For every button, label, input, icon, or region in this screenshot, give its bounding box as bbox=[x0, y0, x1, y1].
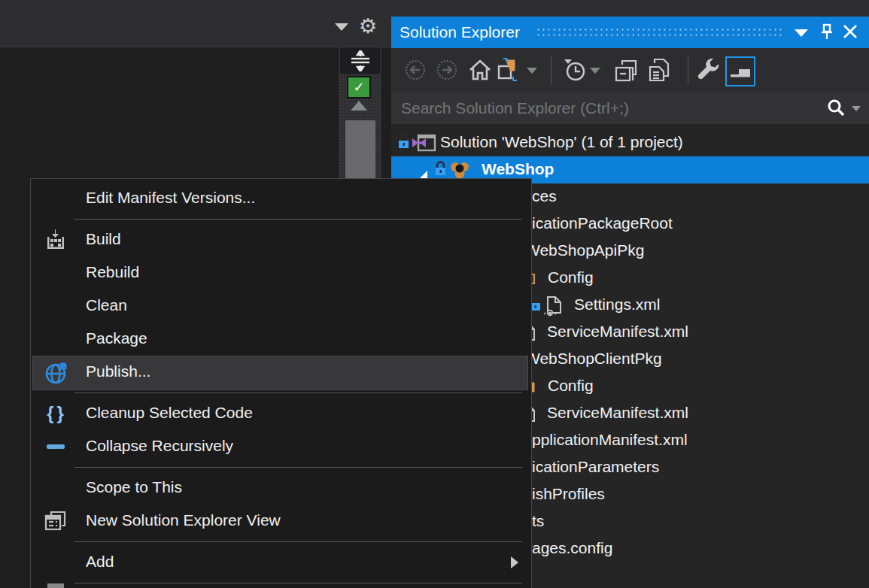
cutoff-menu-item-icon bbox=[47, 583, 64, 588]
menu-item-label: Scope to This bbox=[86, 478, 182, 496]
splitter-icon bbox=[349, 50, 372, 71]
tree-item-label: ishProfiles bbox=[532, 485, 605, 503]
menu-item-rebuild[interactable]: Rebuild bbox=[32, 256, 529, 289]
submenu-arrow-icon bbox=[511, 556, 518, 568]
menu-item-label: Package bbox=[86, 329, 147, 347]
menu-item-label: Add bbox=[86, 553, 114, 571]
build-icon bbox=[42, 228, 69, 252]
menu-item-label: Publish... bbox=[86, 362, 150, 380]
braces-icon: { } bbox=[42, 402, 69, 426]
tree-item-label: Config bbox=[548, 268, 594, 286]
solution-explorer-titlebar[interactable]: Solution Explorer bbox=[391, 17, 869, 48]
menu-separator bbox=[74, 583, 522, 583]
menu-item-edit-manifest-versions[interactable]: Edit Manifest Versions... bbox=[32, 182, 529, 215]
show-all-files-icon[interactable] bbox=[646, 56, 673, 83]
menu-item-collapse-recursively[interactable]: Collapse Recursively bbox=[32, 430, 529, 463]
tree-item-label: Config bbox=[548, 377, 594, 395]
tree-item[interactable]: Solution 'WebShop' (1 of 1 project) bbox=[391, 129, 869, 156]
xml-file-icon bbox=[544, 296, 564, 320]
tree-item-label: WebShopApiPkg bbox=[525, 241, 644, 259]
back-button[interactable] bbox=[402, 56, 429, 83]
tree-item-label: ts bbox=[532, 512, 544, 530]
menu-item-cleanup-selected-code[interactable]: { }Cleanup Selected Code bbox=[32, 397, 529, 430]
menu-item-scope-to-this[interactable]: Scope to This bbox=[32, 471, 529, 505]
solution-explorer-toolbar bbox=[391, 48, 869, 92]
sync-with-active-document-icon[interactable] bbox=[497, 56, 524, 83]
menu-item-publish[interactable]: Publish... bbox=[32, 356, 528, 390]
tree-item-label: icationPackageRoot bbox=[532, 214, 673, 232]
toolbar-separator bbox=[688, 56, 688, 84]
menu-separator bbox=[74, 467, 522, 468]
menu-item-add[interactable]: Add bbox=[32, 546, 529, 579]
menu-separator bbox=[74, 541, 522, 542]
home-icon[interactable] bbox=[466, 56, 494, 83]
tree-item-label: ServiceManifest.xml bbox=[547, 323, 688, 341]
context-menu: Edit Manifest Versions...BuildRebuildCle… bbox=[30, 178, 532, 588]
toolbar-separator bbox=[551, 56, 551, 84]
editor-splitter-handle[interactable] bbox=[340, 47, 380, 74]
menu-separator bbox=[74, 219, 522, 220]
editor-dropdown-icon[interactable] bbox=[335, 23, 348, 31]
tree-item-label: pplicationManifest.xml bbox=[532, 431, 688, 449]
lock-icon bbox=[397, 134, 410, 153]
menu-item-build[interactable]: Build bbox=[32, 223, 529, 256]
menu-item-package[interactable]: Package bbox=[32, 323, 529, 356]
filter-dropdown-icon[interactable] bbox=[590, 68, 600, 74]
publish-globe-icon bbox=[44, 361, 71, 385]
menu-item-label: New Solution Explorer View bbox=[86, 511, 281, 529]
menu-item-new-solution-explorer-view[interactable]: New Solution Explorer View bbox=[32, 505, 529, 538]
tree-item-label: WebShop bbox=[482, 160, 554, 178]
window-position-chevron-icon[interactable] bbox=[795, 29, 808, 37]
tree-item-label: WebShopClientPkg bbox=[525, 350, 662, 368]
menu-item-label: Edit Manifest Versions... bbox=[86, 189, 255, 207]
forward-button[interactable] bbox=[433, 56, 460, 83]
collapse-icon bbox=[42, 435, 69, 459]
gear-icon[interactable]: ⚙ bbox=[359, 17, 377, 37]
solution-icon bbox=[411, 134, 436, 157]
panel-title: Solution Explorer bbox=[400, 23, 520, 41]
search-icon[interactable] bbox=[826, 98, 846, 120]
tree-item-label: ages.config bbox=[532, 539, 612, 557]
properties-wrench-icon[interactable] bbox=[695, 56, 722, 83]
menu-item-label: Clean bbox=[86, 296, 127, 314]
close-icon[interactable] bbox=[841, 23, 859, 44]
scrollbar-thumb[interactable] bbox=[345, 120, 375, 179]
tree-item-label: Solution 'WebShop' (1 of 1 project) bbox=[440, 133, 683, 151]
sync-dropdown-icon[interactable] bbox=[527, 68, 537, 74]
menu-item-label: Build bbox=[86, 230, 121, 248]
menu-item-label: Rebuild bbox=[86, 263, 139, 281]
pin-icon[interactable] bbox=[819, 23, 835, 44]
menu-item-label: Collapse Recursively bbox=[86, 437, 233, 455]
search-dropdown-icon[interactable] bbox=[852, 106, 861, 111]
code-analysis-check-icon[interactable]: ✓ bbox=[347, 76, 371, 99]
new-view-icon bbox=[42, 509, 69, 533]
titlebar-drag-dots[interactable] bbox=[536, 27, 784, 38]
tree-item-label: icationParameters bbox=[532, 458, 659, 476]
menu-item-clean[interactable]: Clean bbox=[32, 289, 529, 323]
menu-item-label: Cleanup Selected Code bbox=[86, 404, 253, 422]
tree-item-label: Settings.xml bbox=[574, 296, 660, 314]
menu-separator bbox=[74, 393, 522, 393]
search-box[interactable] bbox=[391, 92, 869, 124]
pending-changes-filter-icon[interactable] bbox=[561, 56, 588, 83]
scroll-up-arrow[interactable] bbox=[351, 101, 367, 111]
preview-selected-items-button[interactable] bbox=[725, 56, 755, 86]
tree-item-label: ServiceManifest.xml bbox=[547, 404, 688, 422]
collapse-all-icon[interactable] bbox=[612, 56, 640, 83]
tree-item-label: ces bbox=[532, 187, 557, 205]
search-input[interactable] bbox=[400, 99, 816, 118]
